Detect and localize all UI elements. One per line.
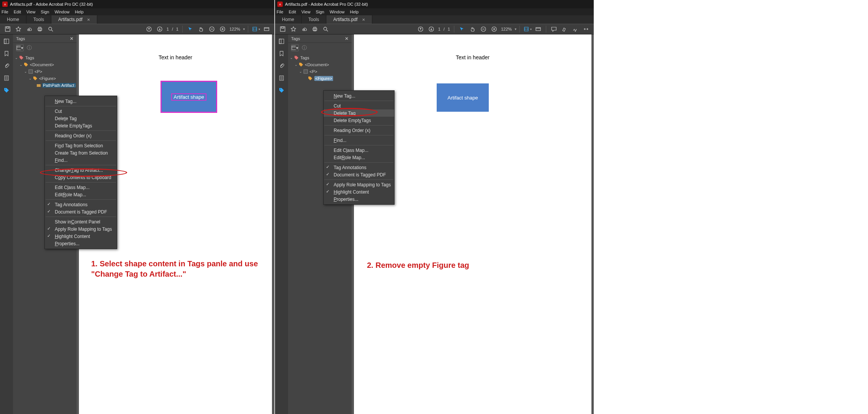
panel-options-icon[interactable]: ▾ <box>291 44 299 51</box>
menu-item[interactable]: ✓Apply Role Mapping to Tags <box>45 225 117 233</box>
menu-item[interactable]: Edit Class Map... <box>324 147 394 154</box>
menu-item[interactable]: New Tag... <box>324 92 394 99</box>
menu-bar[interactable]: File Edit View Sign Window Help <box>0 8 274 15</box>
hand-tool-icon[interactable] <box>197 25 205 33</box>
page-down-icon[interactable] <box>156 25 164 33</box>
hand-tool-icon[interactable] <box>468 25 477 33</box>
zoom-value[interactable]: 122% <box>501 27 512 31</box>
tree-p[interactable]: ⌄ <P> <box>14 68 76 75</box>
menu-item[interactable]: ✓Tag Annotations <box>45 201 117 208</box>
menu-item[interactable]: Edit Role Map... <box>324 154 394 161</box>
chevron-down-icon[interactable]: ▼ <box>514 28 517 31</box>
print-icon[interactable] <box>311 25 319 33</box>
bookmark-icon[interactable] <box>3 50 10 57</box>
menu-item[interactable]: Edit Role Map... <box>45 191 117 198</box>
menu-view[interactable]: View <box>26 10 36 14</box>
menu-edit[interactable]: Edit <box>14 10 21 14</box>
star-icon[interactable] <box>14 25 23 33</box>
page-up-icon[interactable] <box>416 25 425 33</box>
menu-item[interactable]: Find... <box>324 137 394 144</box>
highlight-icon[interactable] <box>560 25 569 33</box>
save-icon[interactable] <box>278 25 287 33</box>
menu-file[interactable]: File <box>2 10 8 14</box>
menu-file[interactable]: File <box>277 10 283 14</box>
search-icon[interactable] <box>321 25 330 33</box>
zoom-out-icon[interactable] <box>479 25 488 33</box>
menu-item[interactable]: Find Tag from Selection <box>45 142 117 149</box>
page-down-icon[interactable] <box>427 25 436 33</box>
tags-icon[interactable] <box>278 86 285 94</box>
close-icon[interactable]: ✕ <box>362 18 365 22</box>
save-icon[interactable] <box>3 25 12 33</box>
tree-path-content[interactable]: PathPath Artifact shape <box>14 82 76 89</box>
menu-help[interactable]: Help <box>75 10 84 14</box>
menu-item[interactable]: Show in Content Panel <box>45 218 117 225</box>
menu-view[interactable]: View <box>301 10 311 14</box>
info-icon[interactable]: ⓘ <box>27 44 32 51</box>
zoom-in-icon[interactable] <box>218 25 227 33</box>
tags-icon[interactable] <box>3 86 10 94</box>
more-tools-icon[interactable] <box>582 25 590 33</box>
read-mode-icon[interactable] <box>262 25 271 33</box>
tab-document[interactable]: Artifacts.pdf✕ <box>326 15 372 24</box>
menu-sign[interactable]: Sign <box>41 10 49 14</box>
layers-icon[interactable] <box>278 74 285 82</box>
menu-item[interactable]: Reading Order (x) <box>45 132 117 139</box>
context-menu[interactable]: New Tag...CutDelete TagDelete Empty Tags… <box>323 90 395 205</box>
menu-bar[interactable]: File Edit View Sign Window Help <box>275 8 594 15</box>
menu-item[interactable]: Delete Empty Tags <box>45 122 117 129</box>
zoom-in-icon[interactable] <box>490 25 498 33</box>
menu-edit[interactable]: Edit <box>289 10 296 14</box>
zoom-out-icon[interactable] <box>208 25 216 33</box>
menu-item[interactable]: ✓Apply Role Mapping to Tags <box>324 181 394 188</box>
tab-home[interactable]: Home <box>275 15 301 24</box>
tree-document[interactable]: ⌄ <Document> <box>14 61 76 68</box>
chevron-down-icon[interactable]: ▼ <box>242 28 246 31</box>
menu-item[interactable]: Delete Tag <box>324 109 394 117</box>
attachment-icon[interactable] <box>278 62 285 70</box>
menu-item[interactable]: New Tag... <box>45 98 117 105</box>
tree-root[interactable]: ⌄ Tags <box>14 54 76 61</box>
tab-tools[interactable]: Tools <box>26 15 51 24</box>
tree-root[interactable]: ⌄ Tags <box>289 54 351 61</box>
select-tool-icon[interactable] <box>458 25 466 33</box>
panel-options-icon[interactable]: ▾ <box>16 44 24 51</box>
star-icon[interactable] <box>289 25 298 33</box>
bookmark-icon[interactable] <box>278 50 285 57</box>
menu-item[interactable]: ✓Tag Annotations <box>324 164 394 171</box>
context-menu[interactable]: New Tag...CutDelete TagDelete Empty Tags… <box>44 96 117 249</box>
read-mode-icon[interactable] <box>534 25 542 33</box>
menu-item[interactable]: Properties... <box>45 240 117 247</box>
tree-p[interactable]: ⌄ <P> <box>289 68 351 75</box>
menu-item[interactable]: Create Tag from Selection <box>45 149 117 156</box>
comment-icon[interactable] <box>550 25 558 33</box>
fit-width-icon[interactable]: ▾ <box>252 25 260 33</box>
tab-home[interactable]: Home <box>0 15 26 24</box>
menu-item[interactable]: Copy Contents to Clipboard <box>45 174 117 181</box>
artifact-shape[interactable]: Artifact shape <box>437 83 489 112</box>
close-panel-icon[interactable]: ✕ <box>70 36 74 41</box>
menu-item[interactable]: Properties... <box>324 196 394 203</box>
menu-item[interactable]: Cut <box>45 108 117 115</box>
page-current[interactable]: 1 <box>167 27 169 31</box>
menu-item[interactable]: ✓Highlight Content <box>45 233 117 240</box>
sign-icon[interactable] <box>571 25 580 33</box>
close-panel-icon[interactable]: ✕ <box>345 36 349 41</box>
tab-document[interactable]: Artifacts.pdf✕ <box>51 15 97 24</box>
zoom-value[interactable]: 122% <box>229 27 240 31</box>
print-icon[interactable] <box>36 25 44 33</box>
close-icon[interactable]: ✕ <box>87 18 90 22</box>
page-current[interactable]: 1 <box>438 27 441 31</box>
menu-item[interactable]: Change Tag to Artifact... <box>45 166 117 174</box>
layers-icon[interactable] <box>3 74 10 82</box>
menu-window[interactable]: Window <box>329 10 344 14</box>
menu-item[interactable]: Cut <box>324 102 394 109</box>
menu-item[interactable]: Delete Empty Tags <box>324 117 394 124</box>
tree-figure[interactable]: <Figure> <box>289 75 351 82</box>
menu-sign[interactable]: Sign <box>316 10 324 14</box>
page-up-icon[interactable] <box>145 25 153 33</box>
menu-help[interactable]: Help <box>350 10 359 14</box>
tree-figure[interactable]: ⌄ <Figure> <box>14 75 76 82</box>
search-icon[interactable] <box>46 25 55 33</box>
tree-document[interactable]: ⌄ <Document> <box>289 61 351 68</box>
